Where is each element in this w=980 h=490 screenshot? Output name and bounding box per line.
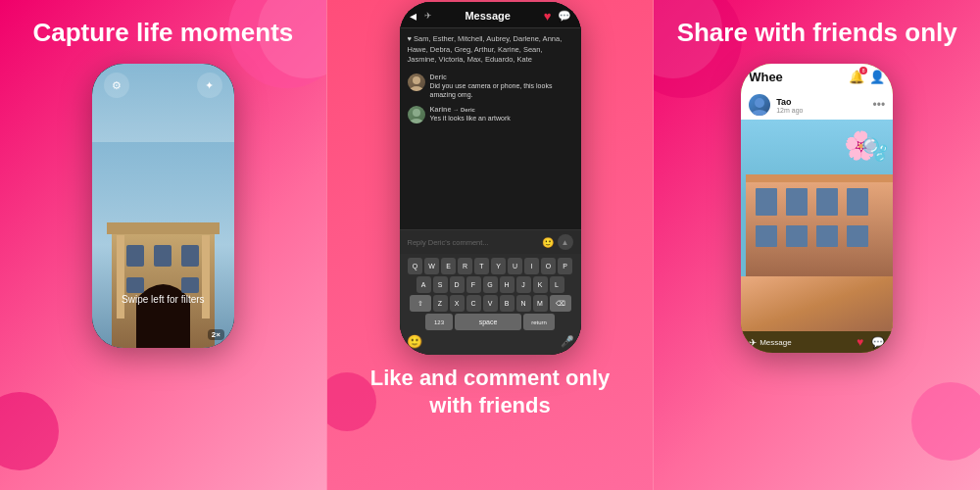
svg-point-11 [410,86,423,91]
svg-rect-22 [756,225,777,247]
svg-rect-8 [126,277,144,293]
svg-point-12 [413,109,420,117]
reply-bar: Reply Deric's comment... 🙂 ▲ [400,229,581,254]
phone-right-screen: Whee 🔔 8 👤 Tao [741,64,893,353]
key-space[interactable]: space [455,314,521,330]
post-header: Tao 12m ago ••• [741,90,893,120]
key-d[interactable]: D [450,276,465,293]
key-123[interactable]: 123 [425,314,453,330]
svg-rect-6 [154,245,172,267]
deric-avatar [408,74,425,91]
key-x[interactable]: X [450,295,465,312]
key-f[interactable]: F [466,276,481,293]
key-s[interactable]: S [433,276,448,293]
post-menu-icon[interactable]: ••• [873,98,886,112]
message-top-bar: ◂ ✈ Message ♥ 💬 [400,2,581,28]
phone-right: Whee 🔔 8 👤 Tao [741,64,893,353]
key-r[interactable]: R [458,258,472,274]
key-b[interactable]: B [500,295,514,312]
center-heading: Like and comment only with friends [327,355,654,430]
key-k[interactable]: K [533,276,548,293]
message-button-label: Message [760,338,791,347]
post-time: 12m ago [776,107,866,114]
key-m[interactable]: M [533,295,548,312]
star-icon[interactable]: ✦ [197,73,222,98]
post-user-info: Tao 12m ago [776,97,866,114]
balloon-cluster: 🫧 [861,137,888,163]
key-z[interactable]: Z [433,295,448,312]
phone-center-screen: ◂ ✈ Message ♥ 💬 ♥ Sam, Esther, Mitchell,… [400,2,581,355]
karine-avatar [408,106,425,123]
svg-rect-18 [756,188,777,216]
phone-left-top-bar: ⚙ ✦ [92,64,234,99]
deric-name: Deric [430,74,573,80]
key-g[interactable]: G [483,276,498,293]
whee-logo: Whee [749,70,783,84]
send-button[interactable]: ▲ [558,234,573,250]
emoji-icon[interactable]: 🙂 [542,237,554,248]
heart-icon[interactable]: ♥ [544,9,552,24]
keyboard-row-1: Q W E R T Y U I O P [403,258,578,274]
comment-chat-icon[interactable]: 💬 [871,336,885,349]
keyboard[interactable]: Q W E R T Y U I O P A S D F G [400,254,581,355]
key-h[interactable]: H [500,276,514,293]
mic-icon[interactable]: 🎤 [561,335,574,348]
key-a[interactable]: A [416,276,431,293]
key-o[interactable]: O [541,258,556,274]
panel-center: ◂ ✈ Message ♥ 💬 ♥ Sam, Esther, Mitchell,… [326,0,655,490]
zoom-level: 2× [208,329,224,340]
comment-deric: Deric Did you use camera or phone, this … [408,74,573,99]
key-u[interactable]: U [508,258,522,274]
svg-point-15 [751,110,768,116]
arch-image [92,64,234,348]
svg-rect-23 [786,225,808,247]
action-icons: ♥ 💬 [857,335,885,349]
key-t[interactable]: T [474,258,489,274]
deric-comment-text: Did you use camera or phone, this looks … [430,81,573,99]
key-p[interactable]: P [558,258,572,274]
message-button[interactable]: ✈ Message [749,337,791,348]
svg-rect-2 [107,222,220,234]
key-v[interactable]: V [483,295,498,312]
svg-rect-26 [746,174,893,182]
key-j[interactable]: J [516,276,531,293]
chat-bubble-icon[interactable]: 💬 [558,10,571,23]
panel-left: Capture life moments [0,0,326,490]
like-heart-icon[interactable]: ♥ [857,335,863,349]
panel-right: Share with friends only Whee 🔔 8 👤 [654,0,980,490]
svg-rect-19 [786,188,808,216]
keyboard-row-2: A S D F G H J K L [403,276,578,293]
post-bottom-bar: ✈ Message ♥ 💬 [741,331,893,353]
right-heading: Share with friends only [658,0,977,60]
reply-placeholder[interactable]: Reply Deric's comment... [408,238,538,247]
svg-rect-25 [847,225,868,247]
svg-rect-9 [181,277,199,293]
svg-rect-4 [202,235,210,318]
key-c[interactable]: C [466,295,481,312]
key-n[interactable]: N [516,295,531,312]
whee-header-icons: 🔔 8 👤 [849,70,885,84]
whee-header: Whee 🔔 8 👤 [741,64,893,90]
key-y[interactable]: Y [491,258,506,274]
key-delete[interactable]: ⌫ [550,295,571,312]
likers-line: ♥ Sam, Esther, Mitchell, Aubrey, Darlene… [408,34,573,66]
key-shift[interactable]: ⇧ [410,295,431,312]
notification-dot: 8 [859,67,867,74]
swipe-text: Swipe left for filters [92,294,234,305]
notification-badge[interactable]: 🔔 8 [849,70,864,84]
key-e[interactable]: E [441,258,456,274]
key-return[interactable]: return [523,314,555,330]
comments-area: ♥ Sam, Esther, Mitchell, Aubrey, Darlene… [400,28,581,229]
comment-karine: Karine → Deric Yes it looks like an artw… [408,106,573,123]
profile-icon[interactable]: 👤 [869,70,885,84]
key-w[interactable]: W [424,258,439,274]
svg-rect-3 [117,235,124,318]
back-icon[interactable]: ◂ [410,8,416,24]
settings-icon[interactable]: ⚙ [104,73,129,98]
emoji-keyboard-icon[interactable]: 🙂 [407,334,422,349]
karine-comment-content: Karine → Deric Yes it looks like an artw… [430,106,573,123]
left-heading: Capture life moments [13,0,313,60]
key-i[interactable]: I [524,258,539,274]
key-l[interactable]: L [550,276,564,293]
key-q[interactable]: Q [408,258,422,274]
